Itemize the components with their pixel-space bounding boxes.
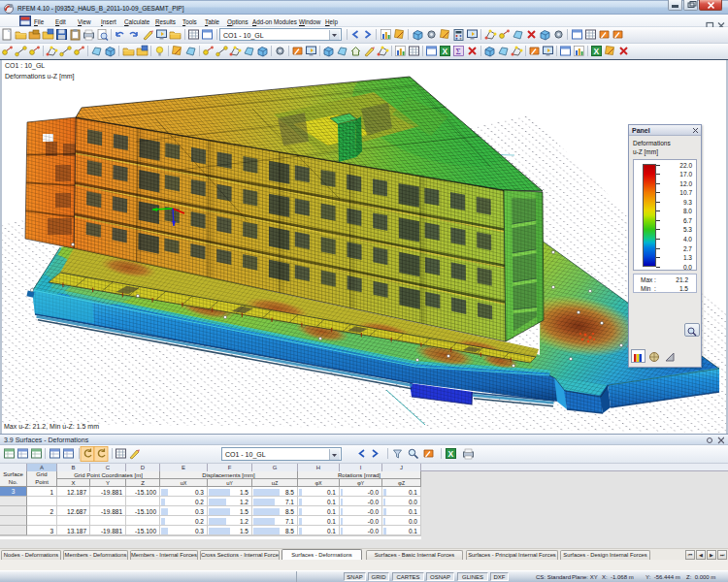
svg-text:X: X (448, 449, 454, 459)
